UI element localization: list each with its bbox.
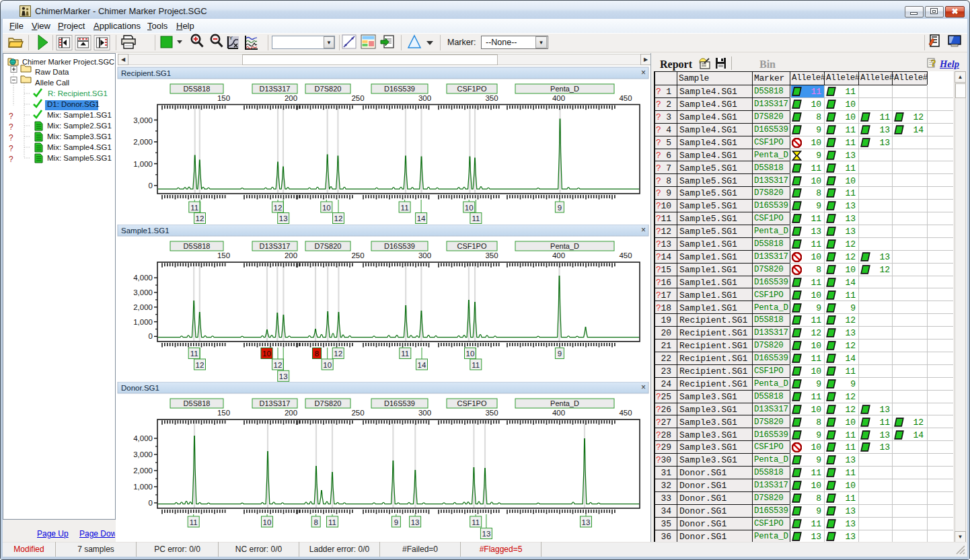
svg-text:Penta_D: Penta_D [550, 399, 579, 407]
svg-text:10: 10 [262, 350, 271, 358]
svg-text:11: 11 [401, 204, 409, 212]
svg-text:1,000: 1,000 [133, 483, 153, 491]
svg-text:?: ? [9, 144, 13, 153]
svg-text:8: 8 [313, 518, 318, 526]
svg-text:11: 11 [190, 518, 198, 526]
svg-text:Penta_D: Penta_D [550, 85, 579, 93]
svg-text:400: 400 [552, 251, 565, 259]
svg-text:D13S317: D13S317 [260, 85, 291, 93]
svg-text:CSF1PO: CSF1PO [457, 85, 486, 93]
svg-text:Donor.SG1: Donor.SG1 [121, 384, 159, 392]
svg-text:14: 14 [418, 361, 426, 369]
svg-text:0: 0 [149, 332, 153, 340]
svg-text:D16S539: D16S539 [384, 85, 415, 93]
svg-text:300: 300 [418, 409, 431, 417]
svg-text:400: 400 [552, 409, 565, 417]
svg-text:12: 12 [334, 214, 343, 223]
svg-text:2,000: 2,000 [133, 303, 153, 311]
svg-text:?: ? [9, 133, 13, 143]
svg-text:13: 13 [411, 518, 420, 526]
svg-text:8: 8 [315, 350, 319, 358]
svg-text:11: 11 [401, 350, 409, 358]
svg-text:?: ? [9, 122, 13, 132]
svg-text:2,000: 2,000 [133, 467, 153, 475]
svg-text:×: × [641, 225, 646, 235]
svg-text:D13S317: D13S317 [260, 242, 291, 250]
svg-text:14: 14 [417, 214, 426, 223]
svg-text:150: 150 [217, 94, 230, 102]
svg-text:Recipient.SG1: Recipient.SG1 [121, 69, 171, 77]
svg-text:11: 11 [190, 204, 198, 212]
svg-text:D7S820: D7S820 [315, 85, 342, 93]
svg-text:400: 400 [552, 94, 565, 102]
svg-text:D16S539: D16S539 [384, 242, 415, 250]
svg-text:9: 9 [558, 204, 562, 212]
svg-text:200: 200 [285, 94, 297, 102]
svg-text:CSF1PO: CSF1PO [457, 399, 486, 407]
svg-text:D7S820: D7S820 [315, 399, 342, 407]
svg-text:250: 250 [351, 251, 364, 259]
svg-text:9: 9 [394, 518, 398, 526]
svg-text:12: 12 [274, 361, 283, 369]
svg-text:D13S317: D13S317 [260, 399, 291, 407]
svg-text:Y: Y [229, 35, 233, 41]
svg-text:12: 12 [196, 214, 204, 223]
svg-text:Penta_D: Penta_D [550, 242, 579, 250]
svg-text:10: 10 [466, 350, 475, 358]
svg-text:350: 350 [485, 94, 498, 102]
svg-text:1,000: 1,000 [133, 160, 153, 168]
svg-text:13: 13 [279, 214, 288, 223]
svg-text:450: 450 [619, 251, 632, 259]
svg-text:12: 12 [334, 350, 342, 358]
svg-text:13: 13 [482, 530, 491, 538]
svg-text:10: 10 [322, 204, 331, 212]
svg-text:11: 11 [472, 214, 480, 223]
svg-text:10: 10 [263, 518, 272, 526]
svg-text:300: 300 [418, 251, 431, 259]
svg-text:11: 11 [472, 361, 480, 369]
svg-text:250: 250 [351, 94, 364, 102]
svg-text:9: 9 [558, 350, 562, 358]
svg-text:10: 10 [323, 361, 332, 369]
svg-text:12: 12 [274, 204, 283, 212]
svg-text:350: 350 [485, 409, 498, 417]
svg-text:12: 12 [196, 361, 204, 369]
svg-text:?: ? [9, 112, 13, 121]
svg-text:150: 150 [217, 409, 230, 417]
svg-text:D16S539: D16S539 [384, 399, 415, 407]
svg-text:CSF1PO: CSF1PO [457, 242, 486, 250]
svg-text:11: 11 [472, 518, 480, 526]
svg-text:Sample1.SG1: Sample1.SG1 [121, 227, 170, 235]
svg-text:1,000: 1,000 [133, 318, 153, 326]
svg-text:4,000: 4,000 [133, 274, 153, 282]
svg-text:?: ? [9, 155, 13, 164]
svg-text:450: 450 [619, 409, 632, 417]
svg-text:300: 300 [418, 94, 431, 102]
svg-text:250: 250 [351, 409, 364, 417]
svg-text:11: 11 [328, 518, 336, 526]
svg-text:×: × [641, 383, 646, 392]
svg-text:D5S818: D5S818 [184, 85, 211, 93]
svg-text:×: × [641, 68, 646, 77]
svg-text:200: 200 [285, 409, 297, 417]
svg-text:450: 450 [619, 94, 632, 102]
svg-text:13: 13 [279, 372, 288, 381]
svg-text:200: 200 [285, 251, 297, 259]
svg-text:D5S818: D5S818 [184, 242, 211, 250]
svg-text:2,000: 2,000 [133, 138, 153, 146]
svg-text:11: 11 [190, 350, 198, 358]
svg-text:350: 350 [485, 251, 498, 259]
svg-text:3,000: 3,000 [133, 450, 153, 458]
svg-text:150: 150 [217, 251, 230, 259]
svg-text:D7S820: D7S820 [315, 242, 342, 250]
svg-text:10: 10 [465, 204, 474, 212]
svg-text:4,000: 4,000 [133, 434, 153, 442]
svg-text:0: 0 [149, 182, 153, 190]
svg-text:3,000: 3,000 [133, 116, 153, 124]
svg-text:?: ? [931, 58, 936, 69]
svg-text:13: 13 [582, 518, 591, 526]
svg-text:D5S818: D5S818 [184, 399, 211, 407]
svg-text:0: 0 [149, 499, 153, 507]
svg-text:3,000: 3,000 [133, 288, 153, 296]
